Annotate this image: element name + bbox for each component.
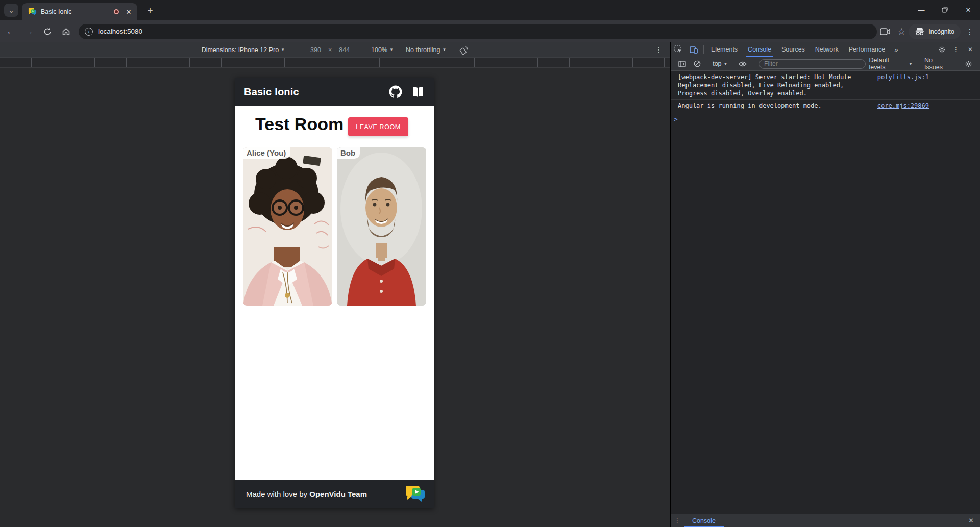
app-screen: Basic Ionic bbox=[235, 78, 434, 508]
chevron-down-icon: ▼ bbox=[281, 47, 285, 52]
window-controls: — ✕ bbox=[910, 0, 980, 19]
forward-button[interactable]: → bbox=[21, 24, 37, 39]
incognito-badge: Incógnito bbox=[909, 24, 961, 39]
footer-text: Made with love by OpenVidu Team bbox=[246, 490, 405, 498]
tab-close-button[interactable]: ✕ bbox=[124, 7, 133, 16]
inspect-element-button[interactable] bbox=[671, 42, 686, 57]
horizontal-ruler bbox=[0, 58, 670, 68]
message-source-link[interactable]: core.mjs:29869 bbox=[877, 102, 929, 110]
chevron-down-icon: ▼ bbox=[909, 62, 913, 66]
drawer-menu-button[interactable]: ⋮ bbox=[671, 517, 684, 524]
tab-elements[interactable]: Elements bbox=[706, 42, 743, 57]
dimensions-times-label: × bbox=[328, 46, 332, 54]
tab-strip: ⌄ Basic Ionic ✕ + — ✕ bbox=[0, 0, 980, 20]
devtools-settings-button[interactable] bbox=[935, 46, 948, 54]
url-text[interactable]: localhost:5080 bbox=[98, 28, 142, 35]
devtools-menu-button[interactable]: ⋮ bbox=[949, 46, 963, 53]
browser-toolbar: ← → i localhost:5080 ☆ bbox=[0, 20, 980, 42]
console-sidebar-button[interactable] bbox=[675, 61, 690, 67]
toggle-device-toolbar-button[interactable] bbox=[686, 42, 701, 57]
docs-link[interactable] bbox=[411, 86, 425, 97]
footer-team-name: OpenVidu Team bbox=[309, 490, 367, 498]
devtools-close-button[interactable]: ✕ bbox=[964, 46, 977, 53]
zoom-value-label: 100% bbox=[371, 46, 387, 54]
alice-video-frame bbox=[243, 147, 332, 306]
console-filter-input[interactable] bbox=[759, 59, 866, 69]
device-dimensions-label: Dimensions: iPhone 12 Pro bbox=[202, 46, 279, 54]
footer-prefix: Made with love by bbox=[246, 490, 309, 498]
home-icon bbox=[62, 28, 70, 36]
tab-console[interactable]: Console bbox=[743, 42, 776, 57]
browser-menu-button[interactable]: ⋮ bbox=[965, 28, 975, 36]
context-label: top bbox=[713, 60, 721, 67]
window-minimize-button[interactable]: — bbox=[910, 0, 933, 19]
content-area: Dimensions: iPhone 12 Pro ▼ 390 × 844 10… bbox=[0, 42, 980, 527]
browser-tab[interactable]: Basic Ionic ✕ bbox=[22, 3, 137, 20]
leave-room-button[interactable]: LEAVE ROOM bbox=[348, 117, 408, 136]
back-button[interactable]: ← bbox=[3, 24, 18, 39]
device-emulation-pane: Dimensions: iPhone 12 Pro ▼ 390 × 844 10… bbox=[0, 42, 670, 527]
github-icon bbox=[389, 85, 402, 98]
device-height-field[interactable]: 844 bbox=[337, 46, 352, 54]
device-width-field[interactable]: 390 bbox=[308, 46, 323, 54]
device-toolbar-menu-button[interactable]: ⋮ bbox=[655, 46, 662, 54]
console-prompt[interactable]: > bbox=[671, 112, 980, 123]
clear-console-button[interactable] bbox=[690, 60, 705, 67]
address-bar[interactable]: i localhost:5080 bbox=[79, 24, 877, 39]
openvidu-favicon-icon bbox=[28, 8, 37, 16]
devtools-tab-bar: Elements Console Sources Network Perform… bbox=[671, 42, 980, 57]
github-link[interactable] bbox=[389, 85, 402, 98]
gear-icon bbox=[965, 60, 972, 68]
issues-counter[interactable]: No Issues bbox=[924, 57, 952, 71]
console-settings-button[interactable] bbox=[961, 60, 976, 68]
live-expression-button[interactable] bbox=[735, 61, 750, 67]
room-header-row: Test Room LEAVE ROOM bbox=[235, 106, 434, 146]
device-select[interactable]: Dimensions: iPhone 12 Pro ▼ bbox=[202, 46, 285, 54]
emulated-viewport: Basic Ionic bbox=[0, 58, 670, 527]
browser-window: ⌄ Basic Ionic ✕ + — ✕ bbox=[0, 0, 980, 527]
bookmark-star-icon[interactable]: ☆ bbox=[897, 26, 905, 37]
rotate-device-icon[interactable] bbox=[459, 45, 469, 55]
incognito-label: Incógnito bbox=[928, 28, 954, 35]
throttling-value-label: No throttling bbox=[406, 46, 440, 54]
openvidu-logo-icon[interactable] bbox=[405, 485, 426, 503]
tab-sources[interactable]: Sources bbox=[776, 42, 810, 57]
new-tab-button[interactable]: + bbox=[144, 5, 156, 16]
drawer-close-button[interactable]: ✕ bbox=[968, 517, 980, 524]
participant-name-label: Bob bbox=[337, 147, 360, 159]
restore-icon bbox=[942, 7, 948, 13]
devtools-drawer-bar: ⋮ Console ✕ bbox=[671, 514, 980, 527]
device-zoom-select[interactable]: 100% ▼ bbox=[371, 46, 394, 54]
app-footer: Made with love by OpenVidu Team bbox=[235, 480, 434, 508]
participant-name-label: Alice (You) bbox=[243, 147, 290, 159]
media-camera-icon[interactable] bbox=[880, 28, 890, 36]
tab-performance[interactable]: Performance bbox=[844, 42, 891, 57]
console-message: Angular is running in development mode. … bbox=[671, 100, 980, 112]
window-restore-button[interactable] bbox=[933, 0, 957, 19]
bob-video-frame bbox=[337, 147, 426, 306]
app-title: Basic Ionic bbox=[244, 86, 380, 98]
message-text: [webpack-dev-server] Server started: Hot… bbox=[678, 73, 869, 97]
tab-network[interactable]: Network bbox=[810, 42, 844, 57]
window-close-button[interactable]: ✕ bbox=[957, 0, 980, 19]
execution-context-select[interactable]: top ▼ bbox=[709, 60, 730, 67]
site-info-icon[interactable]: i bbox=[85, 28, 93, 36]
message-source-link[interactable]: polyfills.js:1 bbox=[877, 73, 929, 81]
toolbar-right-icons: ☆ bbox=[880, 26, 905, 37]
home-button[interactable] bbox=[58, 24, 74, 39]
tab-search-button[interactable]: ⌄ bbox=[4, 4, 18, 17]
video-card-bob[interactable]: Bob bbox=[337, 147, 426, 306]
reload-button[interactable] bbox=[40, 24, 55, 39]
drawer-tab-console[interactable]: Console bbox=[684, 514, 724, 527]
chevron-down-icon: ⌄ bbox=[9, 7, 14, 14]
more-tabs-button[interactable]: » bbox=[890, 42, 901, 57]
recording-indicator-icon bbox=[114, 9, 119, 14]
log-levels-select[interactable]: Default levels ▼ bbox=[866, 57, 915, 71]
chevron-down-icon: ▼ bbox=[442, 47, 446, 52]
tab-title: Basic Ionic bbox=[41, 8, 114, 15]
video-card-alice[interactable]: Alice (You) bbox=[243, 147, 332, 306]
app-header: Basic Ionic bbox=[235, 78, 434, 106]
console-messages: [webpack-dev-server] Server started: Hot… bbox=[671, 71, 980, 514]
device-toolbar: Dimensions: iPhone 12 Pro ▼ 390 × 844 10… bbox=[0, 42, 670, 58]
throttling-select[interactable]: No throttling ▼ bbox=[406, 46, 446, 54]
